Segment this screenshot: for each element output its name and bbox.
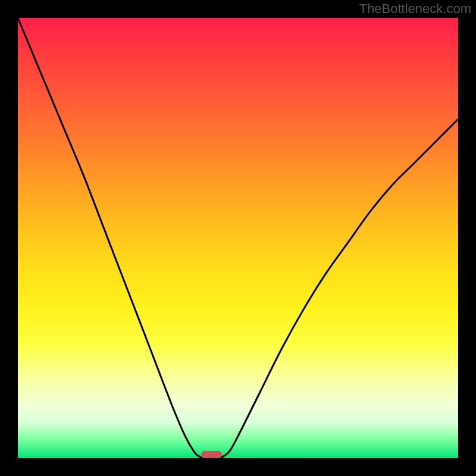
curve-left-branch xyxy=(18,18,203,458)
optimal-marker xyxy=(201,451,223,458)
curve-right-branch xyxy=(220,119,458,458)
watermark-text: TheBottleneck.com xyxy=(359,1,471,17)
bottleneck-curve xyxy=(18,18,458,458)
chart-plot-area xyxy=(18,18,458,458)
